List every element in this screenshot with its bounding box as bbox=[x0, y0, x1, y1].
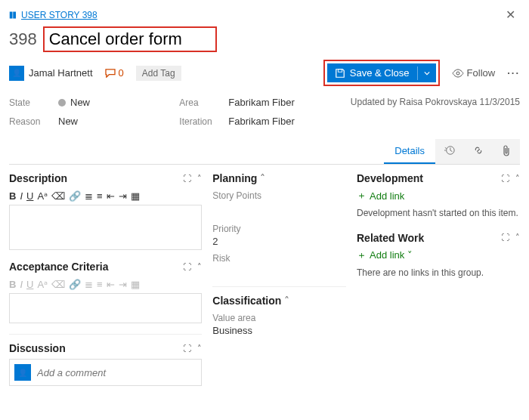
value-area-value[interactable]: Business bbox=[212, 325, 346, 336]
description-toolbar[interactable]: BIU Aᵃ⌫🔗 ≣≡⇤⇥▦ bbox=[9, 189, 202, 203]
italic-icon: I bbox=[20, 190, 23, 202]
breadcrumb[interactable]: USER STORY 398 bbox=[9, 10, 97, 20]
expand-icon[interactable]: ⛶ bbox=[183, 344, 191, 354]
expand-icon[interactable]: ⛶ bbox=[183, 174, 191, 184]
add-dev-link-button[interactable]: ＋Add link bbox=[357, 189, 520, 202]
development-heading: Development bbox=[357, 172, 423, 184]
collapse-icon[interactable]: ˄ bbox=[515, 233, 520, 242]
value-area-label: Value area bbox=[212, 313, 346, 323]
state-label: State bbox=[9, 97, 58, 108]
svg-rect-0 bbox=[10, 11, 13, 18]
acceptance-heading: Acceptance Criteria bbox=[9, 261, 109, 273]
save-close-button[interactable]: Save & Close bbox=[327, 63, 436, 82]
font-icon: Aᵃ bbox=[37, 190, 48, 202]
state-value[interactable]: New bbox=[58, 97, 90, 108]
save-dropdown-caret[interactable] bbox=[417, 66, 436, 80]
follow-label: Follow bbox=[467, 67, 496, 79]
risk-label: Risk bbox=[212, 253, 346, 264]
reason-value[interactable]: New bbox=[58, 116, 78, 127]
description-editor[interactable] bbox=[9, 205, 202, 250]
collapse-icon[interactable]: ˄ bbox=[515, 174, 520, 184]
development-helper: Development hasn't started on this item. bbox=[357, 207, 520, 220]
avatar-icon: 👤 bbox=[14, 364, 31, 381]
tab-history[interactable] bbox=[435, 139, 464, 164]
underline-icon: U bbox=[26, 190, 33, 202]
bold-icon: B bbox=[9, 190, 16, 202]
chevron-down-icon: ˅ bbox=[407, 249, 413, 261]
book-icon bbox=[9, 11, 18, 20]
more-actions-button[interactable]: ··· bbox=[507, 67, 520, 79]
tab-links[interactable] bbox=[464, 139, 493, 164]
bullet-icon: ≣ bbox=[85, 190, 93, 202]
assignee[interactable]: 👤 Jamal Hartnett bbox=[9, 66, 93, 81]
save-icon bbox=[335, 68, 345, 79]
breadcrumb-link[interactable]: USER STORY 398 bbox=[21, 10, 97, 20]
collapse-icon[interactable]: ˄ bbox=[197, 344, 202, 354]
assignee-name: Jamal Hartnett bbox=[29, 67, 93, 79]
story-points-label: Story Points bbox=[212, 190, 346, 201]
indent-icon: ⇥ bbox=[119, 190, 127, 202]
title-input[interactable] bbox=[43, 26, 217, 52]
priority-label: Priority bbox=[212, 224, 346, 234]
link-icon: 🔗 bbox=[69, 190, 81, 202]
plus-icon: ＋ bbox=[357, 189, 367, 202]
priority-value[interactable]: 2 bbox=[212, 236, 346, 247]
classification-heading: Classification ˄ bbox=[212, 295, 289, 307]
expand-icon[interactable]: ⛶ bbox=[501, 233, 509, 242]
work-item-id: 398 bbox=[9, 29, 37, 49]
related-heading: Related Work bbox=[357, 232, 424, 244]
tab-details[interactable]: Details bbox=[384, 139, 435, 164]
svg-rect-1 bbox=[13, 11, 16, 18]
tab-attachments[interactable] bbox=[493, 139, 520, 164]
related-helper: There are no links in this group. bbox=[357, 267, 520, 279]
comment-input[interactable] bbox=[37, 367, 196, 378]
follow-button[interactable]: Follow bbox=[452, 67, 496, 79]
add-related-link-button[interactable]: ＋Add link ˅ bbox=[357, 249, 520, 262]
iteration-value[interactable]: Fabrikam Fiber bbox=[228, 116, 294, 127]
plus-icon: ＋ bbox=[357, 249, 367, 262]
close-icon[interactable]: ✕ bbox=[501, 6, 520, 23]
planning-heading: Planning ˄ bbox=[212, 172, 265, 184]
image-icon: ▦ bbox=[131, 190, 140, 202]
acceptance-toolbar[interactable]: BIUAᵃ⌫🔗≣≡⇤⇥▦ bbox=[9, 277, 202, 292]
expand-icon[interactable]: ⛶ bbox=[183, 262, 191, 272]
save-label: Save & Close bbox=[350, 67, 410, 79]
expand-icon[interactable]: ⛶ bbox=[501, 174, 509, 184]
collapse-icon[interactable]: ˄ bbox=[197, 174, 202, 184]
number-icon: ≡ bbox=[97, 190, 103, 202]
acceptance-editor[interactable] bbox=[9, 293, 202, 323]
description-heading: Description bbox=[9, 172, 67, 184]
discussion-heading: Discussion bbox=[9, 342, 66, 354]
avatar-icon: 👤 bbox=[9, 66, 24, 81]
comments-count[interactable]: 0 bbox=[105, 67, 124, 79]
state-dot-icon bbox=[58, 99, 66, 107]
clear-icon: ⌫ bbox=[51, 190, 65, 202]
iteration-label: Iteration bbox=[179, 116, 228, 127]
area-value[interactable]: Fabrikam Fiber bbox=[228, 97, 294, 108]
svg-point-3 bbox=[456, 72, 459, 75]
updated-by-text: Updated by Raisa Pokrovskaya 11/3/2015 bbox=[350, 97, 520, 107]
collapse-icon[interactable]: ˄ bbox=[197, 262, 202, 272]
comments-number: 0 bbox=[119, 67, 124, 79]
area-label: Area bbox=[179, 97, 228, 108]
outdent-icon: ⇤ bbox=[107, 190, 115, 202]
eye-icon bbox=[452, 69, 464, 78]
comment-icon bbox=[105, 69, 116, 78]
reason-label: Reason bbox=[9, 116, 58, 127]
add-tag-button[interactable]: Add Tag bbox=[136, 66, 181, 81]
